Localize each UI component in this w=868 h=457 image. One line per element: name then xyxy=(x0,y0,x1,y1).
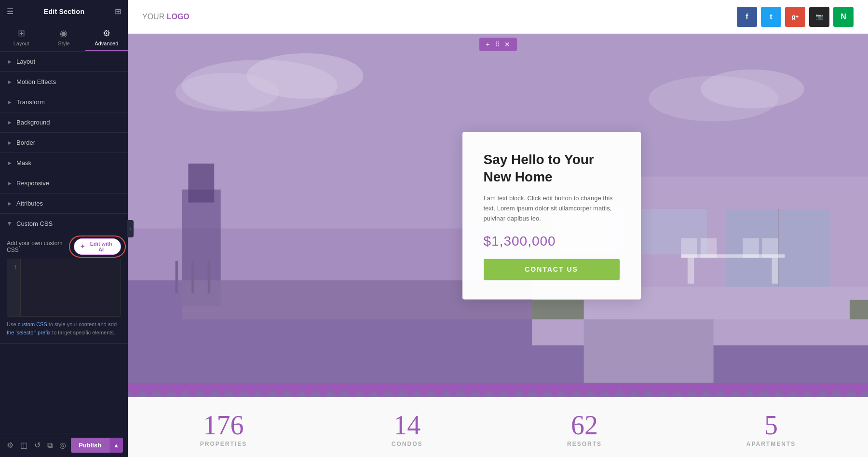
stat-apartments-number: 5 xyxy=(746,412,796,439)
bottom-icons: ⚙ ◫ ↺ ⧉ ◎ xyxy=(7,441,66,450)
advanced-tab-icon: ⚙ xyxy=(103,28,110,39)
css-help-text-3: to target specific elements. xyxy=(51,330,115,335)
stat-resorts: 62 RESORTS xyxy=(567,412,602,447)
settings-icon[interactable]: ⚙ xyxy=(7,441,14,450)
accordion-background-arrow: ▶ xyxy=(8,120,12,125)
instagram-icon[interactable]: 📷 xyxy=(809,7,829,27)
tab-style[interactable]: ◉ Style xyxy=(42,23,85,51)
css-help-link-2-text: the 'selector' prefix xyxy=(7,330,51,335)
publish-label: Publish xyxy=(79,442,101,449)
accordion-mask-header[interactable]: ▶ Mask xyxy=(0,153,128,173)
line-number-1: 1 xyxy=(14,264,17,271)
css-help-text-1: Use xyxy=(7,321,18,327)
accordion-responsive-header[interactable]: ▶ Responsive xyxy=(0,173,128,193)
accordion-responsive: ▶ Responsive xyxy=(0,173,128,194)
svg-rect-29 xyxy=(772,258,778,284)
copy-icon[interactable]: ⧉ xyxy=(47,441,53,450)
ai-btn-wrapper: Edit with AI xyxy=(74,238,121,255)
social-icons: f t g+ 📷 N xyxy=(737,7,854,27)
publish-button[interactable]: Publish xyxy=(71,438,109,453)
hero-price: $1,300,000 xyxy=(484,234,620,249)
accordion-transform-header[interactable]: ▶ Transform xyxy=(0,92,128,112)
accordion-transform-arrow: ▶ xyxy=(8,99,12,105)
main-content: YOUR LOGO f t g+ 📷 N xyxy=(128,0,868,457)
section-toolbar: + ⠿ ✕ xyxy=(479,38,516,51)
publish-btn-group: Publish ▲ xyxy=(71,438,123,453)
css-help-text: Use custom CSS to style your content and… xyxy=(7,320,121,336)
accordion-mask: ▶ Mask xyxy=(0,153,128,173)
layers-icon[interactable]: ◫ xyxy=(20,441,27,450)
accordion-attributes-header[interactable]: ▶ Attributes xyxy=(0,194,128,213)
stat-apartments-label: APARTMENTS xyxy=(746,441,796,447)
css-help-link-1[interactable]: custom CSS xyxy=(18,321,47,327)
tab-advanced-label: Advanced xyxy=(95,41,118,46)
panel-bottom: ⚙ ◫ ↺ ⧉ ◎ Publish ▲ xyxy=(0,433,128,457)
history-icon[interactable]: ↺ xyxy=(34,441,41,450)
svg-rect-30 xyxy=(681,238,697,258)
css-help-link-2[interactable]: the 'selector' prefix xyxy=(7,330,51,335)
stat-resorts-number: 62 xyxy=(567,412,602,439)
accordion-background-header[interactable]: ▶ Background xyxy=(0,112,128,132)
hero-section: + ⠿ ✕ Say Hello to Your New Home I am te… xyxy=(128,34,868,397)
accordion-transform: ▶ Transform xyxy=(0,92,128,112)
accordion-attributes-label: Attributes xyxy=(16,200,43,207)
close-section-btn[interactable]: ✕ xyxy=(502,41,512,48)
google-plus-icon[interactable]: g+ xyxy=(785,7,805,27)
preview-icon[interactable]: ◎ xyxy=(59,441,66,450)
hero-heading: Say Hello to Your New Home xyxy=(484,151,620,186)
edit-with-ai-label: Edit with AI xyxy=(87,241,115,252)
custom-css-label-row: Add your own custom CSS Edit with AI xyxy=(7,238,121,255)
publish-chevron-button[interactable]: ▲ xyxy=(109,438,123,453)
svg-rect-33 xyxy=(762,238,778,258)
accordion-attributes-arrow: ▶ xyxy=(8,201,12,206)
hero-card: Say Hello to Your New Home I am text blo… xyxy=(462,132,641,299)
custom-css-body: Add your own custom CSS Edit with AI 1 U… xyxy=(0,234,128,343)
stat-condos-number: 14 xyxy=(392,412,423,439)
panel-title: Edit Section xyxy=(44,8,85,15)
edit-with-ai-button[interactable]: Edit with AI xyxy=(74,238,121,255)
move-section-btn[interactable]: ⠿ xyxy=(493,41,502,48)
collapse-panel-handle[interactable]: ‹ xyxy=(127,220,134,237)
hero-zigzag xyxy=(128,383,868,397)
accordion-custom-css: ▶ Custom CSS Add your own custom CSS Edi… xyxy=(0,214,128,344)
accordion-layout-header[interactable]: ▶ Layout xyxy=(0,52,128,71)
hero-body: I am text block. Click edit button to ch… xyxy=(484,194,620,224)
accordion-border-header[interactable]: ▶ Border xyxy=(0,133,128,152)
network-icon[interactable]: N xyxy=(833,7,854,27)
twitter-icon[interactable]: t xyxy=(761,7,781,27)
accordion-motion-effects-header[interactable]: ▶ Motion Effects xyxy=(0,72,128,92)
facebook-icon[interactable]: f xyxy=(737,7,757,27)
accordion-border-arrow: ▶ xyxy=(8,140,12,145)
logo-your: YOUR xyxy=(142,13,164,21)
accordion-background-label: Background xyxy=(16,119,50,126)
style-tab-icon: ◉ xyxy=(60,28,68,39)
accordion-mask-arrow: ▶ xyxy=(8,160,12,166)
hamburger-icon[interactable]: ☰ xyxy=(7,7,14,16)
add-section-btn[interactable]: + xyxy=(484,41,491,48)
grid-icon[interactable]: ⊞ xyxy=(115,7,121,16)
accordion-responsive-label: Responsive xyxy=(16,180,49,187)
accordion-motion-effects: ▶ Motion Effects xyxy=(0,72,128,92)
layout-tab-icon: ⊞ xyxy=(18,28,25,39)
css-line-numbers: 1 xyxy=(7,259,21,316)
contact-us-button[interactable]: CONTACT US xyxy=(484,259,620,280)
stat-properties-number: 176 xyxy=(200,412,247,439)
accordion-attributes: ▶ Attributes xyxy=(0,194,128,214)
css-editor: 1 xyxy=(7,259,121,317)
svg-rect-32 xyxy=(743,238,759,258)
tab-advanced[interactable]: ⚙ Advanced xyxy=(85,23,128,51)
logo-logo: LOGO xyxy=(167,13,190,21)
accordion-responsive-arrow: ▶ xyxy=(8,180,12,186)
accordion-layout-arrow: ▶ xyxy=(8,59,12,64)
accordion-transform-label: Transform xyxy=(16,98,45,106)
css-textarea[interactable] xyxy=(21,259,121,316)
stat-condos-label: CONDOS xyxy=(392,441,423,447)
accordion-mask-label: Mask xyxy=(16,159,31,166)
tab-layout[interactable]: ⊞ Layout xyxy=(0,23,42,51)
panel-header: ☰ Edit Section ⊞ xyxy=(0,0,128,23)
accordion-custom-css-header[interactable]: ▶ Custom CSS xyxy=(0,214,128,234)
accordion-custom-css-label: Custom CSS xyxy=(16,220,53,227)
stat-properties-label: PROPERTIES xyxy=(200,441,247,447)
accordion-motion-effects-label: Motion Effects xyxy=(16,78,56,85)
panel-tabs: ⊞ Layout ◉ Style ⚙ Advanced xyxy=(0,23,128,52)
